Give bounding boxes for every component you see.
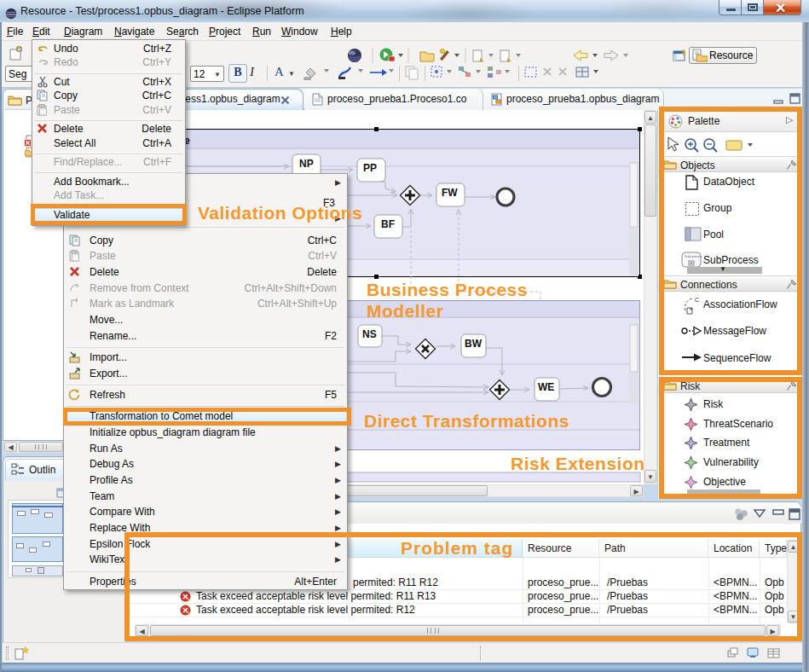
svg-text:BW: BW xyxy=(465,338,483,350)
svg-text:WE: WE xyxy=(538,381,554,393)
svg-text:PP: PP xyxy=(363,162,377,174)
svg-text:BF: BF xyxy=(381,218,395,230)
svg-text:FW: FW xyxy=(442,187,458,199)
svg-text:NP: NP xyxy=(299,158,314,170)
